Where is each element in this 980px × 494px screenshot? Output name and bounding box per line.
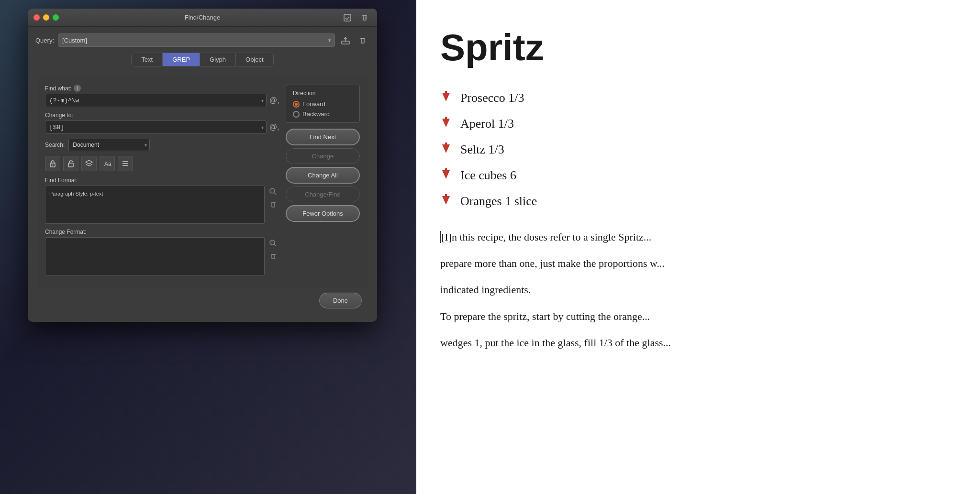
save-query-button[interactable] xyxy=(341,11,354,24)
tool-unlocked-icon[interactable] xyxy=(63,156,78,171)
change-to-input[interactable]: [$0] xyxy=(45,121,267,134)
doc-paragraph-3: indicated ingredients. xyxy=(440,281,956,298)
ingredient-item-4: Ice cubes 6 xyxy=(440,167,956,184)
maximize-button[interactable] xyxy=(53,14,59,21)
main-content-area: Find what: i (?-m)^\w @, xyxy=(37,77,368,288)
doc-paragraph-5: wedges 1, put the ice in the glass, fill… xyxy=(440,334,956,351)
close-button[interactable] xyxy=(33,14,40,21)
tool-list-icon[interactable] xyxy=(118,156,133,171)
funnel-icon-3 xyxy=(440,142,452,158)
find-format-search-button[interactable]: T xyxy=(267,186,279,197)
svg-rect-9 xyxy=(68,163,73,167)
ingredient-item-5: Oranges 1 slice xyxy=(440,193,956,209)
svg-marker-27 xyxy=(442,144,450,153)
svg-text:T: T xyxy=(271,189,273,193)
change-format-icons-col: T xyxy=(267,237,279,262)
tab-glyph[interactable]: Glyph xyxy=(200,53,236,66)
col-right: Direction Forward Backward xyxy=(286,85,360,280)
change-format-box xyxy=(45,237,265,275)
forward-radio-row[interactable]: Forward xyxy=(293,100,353,108)
document-content: Spritz Prosecco 1/3 Apero xyxy=(416,0,980,494)
svg-text:Aa: Aa xyxy=(104,161,111,167)
change-button[interactable]: Change xyxy=(286,148,360,164)
change-to-special-chars-button[interactable]: @, xyxy=(269,123,279,132)
change-to-input-row: [$0] @, xyxy=(45,121,279,134)
funnel-icon-5 xyxy=(440,193,452,209)
funnel-icon-4 xyxy=(440,167,452,184)
find-what-section: Find what: i (?-m)^\w @, xyxy=(45,85,279,107)
ingredient-text-1: Prosecco 1/3 xyxy=(460,91,524,105)
svg-rect-0 xyxy=(344,14,351,21)
svg-marker-10 xyxy=(86,160,92,164)
tab-grep[interactable]: GREP xyxy=(163,53,200,66)
dialog-titlebar: Find/Change xyxy=(28,9,377,27)
backward-radio-label: Backward xyxy=(302,110,330,118)
change-to-select-wrapper: [$0] xyxy=(45,121,267,134)
change-to-section: Change to: [$0] @, xyxy=(45,112,279,134)
find-what-input[interactable]: (?-m)^\w xyxy=(45,94,267,107)
action-buttons: Find Next Change Change All Change/Find … xyxy=(286,129,360,222)
ingredient-text-2: Aperol 1/3 xyxy=(460,117,514,131)
delete-query-button[interactable] xyxy=(358,11,371,24)
done-button[interactable]: Done xyxy=(319,293,362,308)
svg-rect-26 xyxy=(445,117,447,119)
ingredient-text-3: Seltz 1/3 xyxy=(460,143,504,157)
query-select[interactable]: [Custom] xyxy=(58,33,335,47)
funnel-icon-2 xyxy=(440,116,452,132)
change-format-search-button[interactable]: T xyxy=(267,237,279,249)
svg-rect-32 xyxy=(445,194,447,197)
doc-paragraph-4: To prepare the spritz, start by cutting … xyxy=(440,308,956,325)
find-what-input-row: (?-m)^\w @, xyxy=(45,94,279,107)
tool-locked-icon[interactable] xyxy=(45,156,60,171)
find-next-button[interactable]: Find Next xyxy=(286,129,360,145)
tool-layers-icon[interactable] xyxy=(81,156,97,171)
export-query-button[interactable] xyxy=(339,33,352,47)
traffic-lights xyxy=(33,14,59,21)
change-all-button[interactable]: Change All xyxy=(286,167,360,184)
dialog-bottom: Done xyxy=(35,288,369,314)
two-col-layout: Find what: i (?-m)^\w @, xyxy=(45,85,360,280)
svg-rect-6 xyxy=(361,38,364,43)
find-format-label: Find Format: xyxy=(45,177,279,184)
change-format-box-with-btn: T xyxy=(45,237,279,275)
find-format-delete-button[interactable] xyxy=(267,199,279,210)
direction-box: Direction Forward Backward xyxy=(286,85,360,123)
search-select[interactable]: Document xyxy=(68,139,150,151)
document-panel: Spritz Prosecco 1/3 Apero xyxy=(416,0,980,494)
delete-icon-button[interactable] xyxy=(356,33,369,47)
change-format-section: Change Format: xyxy=(45,229,279,275)
find-what-info-icon[interactable]: i xyxy=(74,85,81,92)
background-area: Find/Change xyxy=(0,0,416,494)
tabs-bar: Text GREP Glyph Object xyxy=(35,53,369,72)
change-format-delete-button[interactable] xyxy=(267,251,279,262)
tool-text-icon[interactable]: Aa xyxy=(100,156,115,171)
forward-radio-button[interactable] xyxy=(293,101,300,108)
col-left: Find what: i (?-m)^\w @, xyxy=(45,85,279,280)
ingredient-item-2: Aperol 1/3 xyxy=(440,116,956,132)
svg-marker-31 xyxy=(442,196,450,205)
backward-radio-button[interactable] xyxy=(293,111,300,118)
minimize-button[interactable] xyxy=(43,14,49,21)
svg-line-16 xyxy=(274,193,276,195)
find-what-special-chars-button[interactable]: @, xyxy=(269,96,279,105)
tools-row: Aa xyxy=(45,156,279,171)
find-format-content: Paragraph Style: p-text xyxy=(49,191,103,197)
text-cursor: [I] xyxy=(440,231,452,243)
dialog-title: Find/Change xyxy=(185,14,220,21)
backward-radio-row[interactable]: Backward xyxy=(293,110,353,118)
change-find-button[interactable]: Change/Find xyxy=(286,187,360,202)
find-format-box-with-btn: Paragraph Style: p-text T xyxy=(45,186,279,224)
tab-text[interactable]: Text xyxy=(132,53,163,66)
ingredient-item-1: Prosecco 1/3 xyxy=(440,90,956,106)
svg-rect-28 xyxy=(445,143,447,145)
find-format-icons-col: T xyxy=(267,186,279,210)
search-row: Search: Document xyxy=(45,139,279,151)
find-format-section: Find Format: Paragraph Style: p-text xyxy=(45,177,279,224)
tab-object[interactable]: Object xyxy=(236,53,273,66)
svg-text:T: T xyxy=(271,241,273,244)
change-format-label: Change Format: xyxy=(45,229,279,235)
svg-marker-29 xyxy=(442,170,450,179)
dialog-body: Query: [Custom] xyxy=(28,27,377,322)
fewer-options-button[interactable]: Fewer Options xyxy=(286,205,360,222)
tabs: Text GREP Glyph Object xyxy=(131,53,273,66)
